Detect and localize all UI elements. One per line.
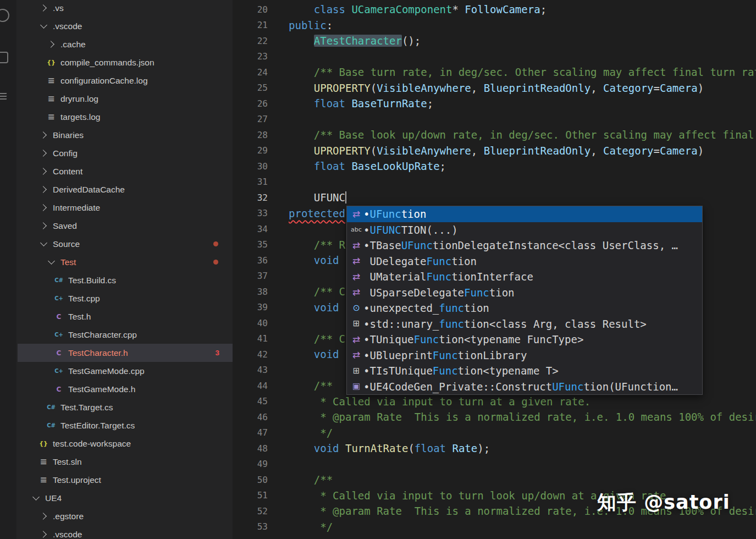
tree-folder-binaries[interactable]: Binaries (18, 126, 233, 144)
code-line-26[interactable]: 26 float BaseTurnRate; (233, 96, 756, 112)
chevron-right-icon[interactable] (40, 168, 47, 175)
tree-folder-ue4[interactable]: UE4 (18, 489, 233, 507)
tree-file-test-build-cs[interactable]: C#Test.Build.cs (18, 271, 233, 289)
line-text: UPROPERTY(VisibleAnywhere, BlueprintRead… (289, 145, 704, 157)
activity-bar-icon-2[interactable] (0, 52, 8, 63)
tree-folder--vs[interactable]: .vs (18, 0, 233, 17)
code-line-24[interactable]: 24 /** Base turn rate, in deg/sec. Other… (233, 64, 756, 80)
chevron-right-icon[interactable] (40, 186, 47, 193)
line-text: */ (289, 427, 333, 439)
chevron-down-icon[interactable] (48, 257, 55, 265)
chevron-right-icon[interactable] (40, 513, 47, 520)
code-line-21[interactable]: 21public: (233, 18, 756, 34)
suggest-item-10[interactable]: ⊞•TIsTUniqueFunction<typename T> (347, 363, 702, 379)
line-number: 37 (233, 271, 268, 281)
tree-file-test-target-cs[interactable]: C#Test.Target.cs (18, 398, 233, 416)
tree-file-targets-log[interactable]: ≡targets.log (18, 108, 233, 126)
suggest-item-8[interactable]: ⇄•TUniqueFunction<typename FuncType> (347, 332, 702, 348)
code-line-50[interactable]: 50 /** (233, 472, 756, 488)
suggest-text: •UE4CodeGen_Private::Construct (363, 381, 552, 393)
suggest-item-9[interactable]: ⇄•UBlueprintFunctionLibrary (347, 348, 702, 364)
suggest-text: tionInterface (451, 271, 533, 283)
code-token (459, 3, 465, 15)
code-line-22[interactable]: 22 ATestCharacter(); (233, 33, 756, 49)
tree-folder--vscode[interactable]: .vscode (18, 17, 233, 35)
chevron-down-icon[interactable] (32, 493, 40, 501)
code-line-31[interactable]: 31 (233, 174, 756, 190)
tree-row-slot: C+ (53, 369, 65, 374)
suggest-item-1[interactable]: abc•UFUNCTION(...) (347, 222, 702, 238)
tree-file-test-code-workspace[interactable]: {}test.code-workspace (18, 435, 233, 453)
tree-folder-intermediate[interactable]: Intermediate (18, 199, 233, 217)
chevron-right-icon[interactable] (40, 150, 47, 157)
code-line-45[interactable]: 45 * Called via input to turn at a given… (233, 394, 756, 410)
chevron-down-icon[interactable] (40, 21, 47, 29)
chevron-right-icon[interactable] (40, 204, 47, 211)
suggest-item-5[interactable]: ⇄ USparseDelegateFunction (347, 285, 702, 301)
code-line-53[interactable]: 53 */ (233, 519, 756, 535)
tree-folder-saved[interactable]: Saved (18, 217, 233, 235)
tree-folder-content[interactable]: Content (18, 162, 233, 180)
tree-file-testcharacter-h[interactable]: CTestCharacter.h3 (18, 344, 233, 362)
code-line-49[interactable]: 49 (233, 457, 756, 472)
tree-file-test-cpp[interactable]: C+Test.cpp (18, 289, 233, 307)
code-line-29[interactable]: 29 UPROPERTY(VisibleAnywhere, BlueprintR… (233, 143, 756, 159)
tree-label: Content (53, 167, 82, 177)
chevron-down-icon[interactable] (40, 239, 47, 246)
code-line-20[interactable]: 20 class UCameraComponent* FollowCamera; (233, 2, 756, 18)
suggest-item-3[interactable]: ⇄ UDelegateFunction (347, 254, 702, 270)
suggest-text: •std::unary_ (363, 318, 439, 330)
suggest-item-11[interactable]: ▣•UE4CodeGen_Private::ConstructUFunction… (347, 379, 702, 395)
tree-file-testgamemode-cpp[interactable]: C+TestGameMode.cpp (18, 362, 233, 380)
chevron-right-icon[interactable] (40, 222, 47, 229)
tree-file-test-h[interactable]: CTest.h (18, 307, 233, 326)
tree-label: .vscode (53, 530, 82, 539)
suggest-item-0[interactable]: ⇄•UFunction (347, 206, 702, 222)
tree-folder-deriveddatacache[interactable]: DerivedDataCache (18, 180, 233, 199)
activity-bar-icon-3[interactable] (0, 91, 7, 101)
code-token: /** (314, 474, 333, 486)
code-line-48[interactable]: 48 void TurnAtRate(float Rate); (233, 441, 756, 457)
code-token: */ (314, 521, 333, 533)
code-line-46[interactable]: 46 * @param Rate This is a normalized ra… (233, 409, 756, 425)
tree-file-testgamemode-h[interactable]: CTestGameMode.h (18, 380, 233, 398)
suggest-item-7[interactable]: ⊞•std::unary_function<class Arg, class R… (347, 316, 702, 332)
tree-row-slot (37, 223, 49, 228)
tree-folder--cache[interactable]: .cache (18, 35, 233, 53)
tree-file-configurationcache-log[interactable]: ≡configurationCache.log (18, 72, 233, 90)
code-line-32[interactable]: 32 UFUNC (233, 190, 756, 206)
chevron-right-icon[interactable] (47, 41, 54, 48)
code-line-25[interactable]: 25 UPROPERTY(VisibleAnywhere, BlueprintR… (233, 80, 756, 96)
tree-file-compile-commands-json[interactable]: {}compile_commands.json (18, 53, 233, 72)
tree-folder-test[interactable]: Test (18, 253, 233, 271)
tree-folder--egstore[interactable]: .egstore (18, 507, 233, 525)
suggest-item-6[interactable]: ⊙•unexpected_function (347, 300, 702, 316)
tree-file-testcharacter-cpp[interactable]: C+TestCharacter.cpp (18, 326, 233, 344)
code-line-23[interactable]: 23 (233, 49, 756, 65)
tree-folder--vscode[interactable]: .vscode (18, 525, 233, 539)
code-line-47[interactable]: 47 */ (233, 425, 756, 441)
code-line-27[interactable]: 27 (233, 112, 756, 128)
chevron-right-icon[interactable] (40, 131, 47, 139)
suggest-item-2[interactable]: ⇄•TBaseUFunctionDelegateInstance<class U… (347, 238, 702, 254)
chevron-right-icon[interactable] (40, 4, 47, 12)
suggest-item-4[interactable]: ⇄ UMaterialFunctionInterface (347, 269, 702, 285)
tree-row-slot: ≡ (45, 76, 57, 85)
code-token: /** R (314, 239, 345, 251)
tree-file-test-uproject[interactable]: ≡Test.uproject (18, 471, 233, 489)
tree-folder-source[interactable]: Source (18, 235, 233, 253)
code-line-30[interactable]: 30 float BaseLookUpRate; (233, 158, 756, 174)
code-token (289, 82, 314, 94)
tree-folder-config[interactable]: Config (18, 144, 233, 162)
tree-file-testeditor-target-cs[interactable]: C#TestEditor.Target.cs (18, 416, 233, 435)
tree-row-slot (37, 133, 49, 138)
code-token: /** C (314, 333, 345, 345)
code-token (289, 348, 314, 360)
activity-bar-icon-1[interactable] (0, 9, 9, 22)
line-text: * @param Rate This is a normalized rate,… (289, 411, 756, 423)
tree-file-test-sln[interactable]: ≡Test.sln (18, 453, 233, 471)
code-line-28[interactable]: 28 /** Base look up/down rate, in deg/se… (233, 127, 756, 143)
tree-file-dryrun-log[interactable]: ≡dryrun.log (18, 90, 233, 108)
code-token: = (654, 145, 660, 157)
chevron-right-icon[interactable] (40, 531, 47, 538)
